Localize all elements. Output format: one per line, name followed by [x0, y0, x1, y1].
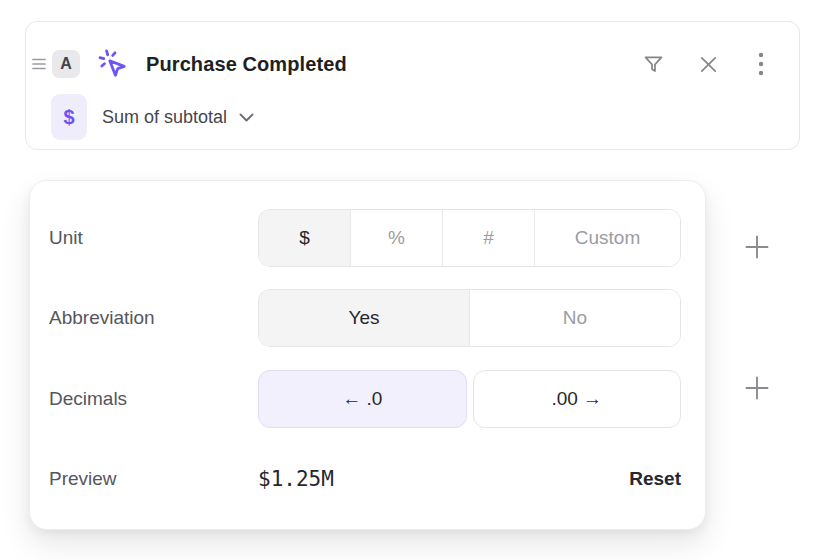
- add-item-button-bottom[interactable]: [744, 375, 770, 401]
- abbreviation-row: Abbreviation Yes No: [49, 289, 681, 347]
- event-card-metric-row: $ Sum of subtotal: [51, 93, 254, 141]
- event-card-header: A Purchase Completed: [26, 46, 799, 82]
- more-options-icon[interactable]: [751, 51, 771, 77]
- event-card-actions: [641, 51, 771, 77]
- decimals-decrease-button[interactable]: ← .0: [258, 370, 467, 428]
- unit-option-percent[interactable]: %: [350, 210, 442, 266]
- decimals-label: Decimals: [49, 388, 258, 410]
- chevron-down-icon: [239, 113, 254, 122]
- decimals-row: Decimals ← .0 .00 →: [49, 370, 681, 428]
- unit-option-number[interactable]: #: [442, 210, 534, 266]
- abbreviation-segmented-control: Yes No: [258, 289, 681, 347]
- close-icon[interactable]: [697, 53, 720, 76]
- plus-icon: [744, 375, 770, 401]
- unit-option-custom[interactable]: Custom: [534, 210, 680, 266]
- drag-handle-icon[interactable]: [31, 56, 47, 72]
- preview-value: $1.25M: [258, 467, 629, 491]
- unit-segmented-control: $ % # Custom: [258, 209, 681, 267]
- metric-label: Sum of subtotal: [102, 107, 227, 128]
- unit-option-dollar[interactable]: $: [259, 210, 350, 266]
- preview-label: Preview: [49, 468, 258, 490]
- abbreviation-label: Abbreviation: [49, 307, 258, 329]
- abbreviation-option-no[interactable]: No: [469, 290, 680, 346]
- metric-selector[interactable]: Sum of subtotal: [102, 107, 254, 128]
- unit-row: Unit $ % # Custom: [49, 209, 681, 267]
- event-title[interactable]: Purchase Completed: [146, 53, 347, 76]
- reset-button[interactable]: Reset: [629, 468, 681, 490]
- format-panel: Unit $ % # Custom Abbreviation Yes No De…: [29, 180, 706, 530]
- preview-row: Preview $1.25M Reset: [49, 457, 681, 501]
- cursor-click-icon: [96, 47, 130, 81]
- app-canvas: A Purchase Completed: [0, 0, 826, 560]
- abbreviation-option-yes[interactable]: Yes: [259, 290, 469, 346]
- decimals-increase-button[interactable]: .00 →: [473, 370, 682, 428]
- unit-label: Unit: [49, 227, 258, 249]
- add-item-button-top[interactable]: [744, 234, 770, 260]
- series-badge: A: [52, 50, 80, 78]
- decimals-controls: ← .0 .00 →: [258, 370, 681, 428]
- event-card: A Purchase Completed: [25, 21, 800, 150]
- metric-unit-badge: $: [51, 94, 87, 140]
- plus-icon: [744, 234, 770, 260]
- filter-icon[interactable]: [641, 52, 666, 77]
